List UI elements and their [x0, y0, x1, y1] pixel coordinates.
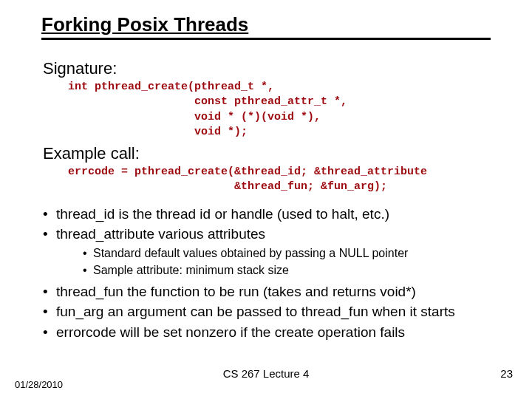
list-item: fun_arg an argument can be passed to thr… [43, 303, 501, 321]
sub-list-item: Sample attribute: minimum stack size [83, 263, 501, 279]
signature-code: int pthread_create(pthread_t *, const pt… [68, 80, 501, 140]
bullet-list: thread_id is the thread id or handle (us… [43, 205, 501, 341]
list-item: thread_attribute various attributes Stan… [43, 225, 501, 278]
slide-title: Forking Posix Threads [41, 13, 248, 35]
list-item: thread_id is the thread id or handle (us… [43, 205, 501, 223]
footer-lecture: CS 267 Lecture 4 [0, 367, 532, 380]
footer-date: 01/28/2010 [15, 379, 63, 390]
list-item-text: thread_attribute various attributes [56, 226, 265, 242]
list-item: thread_fun the function to be run (takes… [43, 283, 501, 301]
signature-heading: Signature: [43, 59, 501, 78]
list-item-text: errorcode will be set nonzero if the cre… [56, 324, 405, 340]
sub-list-item-text: Sample attribute: minimum stack size [93, 264, 289, 276]
title-bar: Forking Posix Threads [41, 13, 491, 40]
list-item-text: thread_fun the function to be run (takes… [56, 284, 416, 299]
example-heading: Example call: [43, 144, 501, 163]
list-item-text: fun_arg an argument can be passed to thr… [56, 304, 455, 319]
slide: Forking Posix Threads Signature: int pth… [0, 0, 532, 399]
list-item-text: thread_id is the thread id or handle (us… [56, 206, 389, 222]
footer-page-number: 23 [500, 367, 513, 380]
list-item: errorcode will be set nonzero if the cre… [43, 324, 501, 341]
sub-list-item-text: Standard default values obtained by pass… [93, 247, 408, 259]
sub-list-item: Standard default values obtained by pass… [83, 246, 501, 262]
slide-body: Signature: int pthread_create(pthread_t … [43, 59, 501, 344]
sub-list: Standard default values obtained by pass… [83, 246, 501, 279]
example-code: errcode = pthread_create(&thread_id; &th… [68, 165, 501, 195]
